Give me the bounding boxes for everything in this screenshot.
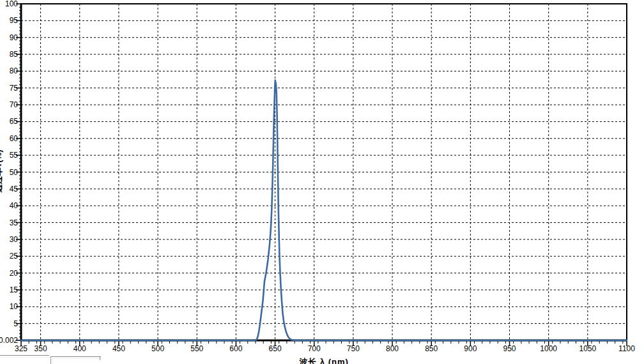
y-tick-label: 25 bbox=[10, 252, 19, 261]
y-tick-label: 45 bbox=[10, 185, 19, 193]
x-tick-label: 450 bbox=[112, 344, 125, 353]
y-axis-title: 透过率T(%) bbox=[0, 133, 4, 209]
x-tick-label: 400 bbox=[73, 344, 86, 353]
x-tick-label: 750 bbox=[347, 344, 360, 353]
y-tick-label: 85 bbox=[10, 50, 19, 59]
x-tick-label: 1000 bbox=[540, 344, 557, 353]
x-tick-label: 325 bbox=[15, 344, 27, 353]
y-tick-label: 5 bbox=[13, 319, 18, 328]
y-tick-label: 60 bbox=[10, 134, 19, 143]
y-tick-label: 15 bbox=[10, 285, 19, 294]
x-tick-label: 550 bbox=[190, 344, 203, 353]
x-tick-label: 700 bbox=[308, 344, 321, 353]
panel-edge-left-groupbox bbox=[0, 355, 49, 358]
y-tick-label: 40 bbox=[10, 201, 19, 210]
y-tick-label: 20 bbox=[10, 269, 19, 278]
x-tick-label: 650 bbox=[269, 344, 282, 353]
transmission-curve bbox=[21, 80, 627, 340]
y-tick-label: 55 bbox=[10, 151, 19, 160]
y-tick-label: 75 bbox=[10, 84, 19, 93]
x-tick-label: 350 bbox=[34, 344, 47, 353]
y-tick-label: 70 bbox=[10, 100, 19, 109]
spectral-transmission-chart: 3253504004505005506006507007508008509009… bbox=[0, 0, 644, 364]
x-tick-label: 500 bbox=[151, 344, 164, 353]
y-tick-label: 100 bbox=[5, 0, 18, 8]
x-tick-label: 800 bbox=[386, 344, 399, 353]
y-tick-label: 35 bbox=[10, 218, 19, 227]
x-tick-label: 1050 bbox=[579, 344, 596, 353]
x-tick-label: 600 bbox=[229, 344, 242, 353]
plot-area: 3253504004505005506006507007508008509009… bbox=[0, 0, 644, 364]
y-tick-label: 0.002 bbox=[0, 336, 18, 345]
y-tick-label: 95 bbox=[10, 16, 19, 25]
panel-edge-right-groupbox bbox=[50, 356, 101, 359]
x-tick-label: 950 bbox=[503, 344, 516, 353]
y-tick-label: 50 bbox=[10, 168, 19, 177]
y-tick-label: 65 bbox=[10, 117, 19, 126]
x-tick-label: 850 bbox=[425, 344, 438, 353]
y-tick-label: 30 bbox=[10, 235, 19, 244]
page: { "chart_data": { "type": "line", "title… bbox=[0, 0, 644, 364]
x-tick-label: 900 bbox=[464, 344, 477, 353]
panel-edge-end bbox=[100, 356, 102, 360]
y-tick-label: 80 bbox=[10, 66, 19, 75]
y-tick-label: 90 bbox=[10, 33, 19, 42]
x-tick-label: 1100 bbox=[618, 344, 635, 353]
x-axis-title: 波长 λ (nm) bbox=[21, 356, 627, 364]
y-tick-label: 10 bbox=[10, 302, 19, 311]
